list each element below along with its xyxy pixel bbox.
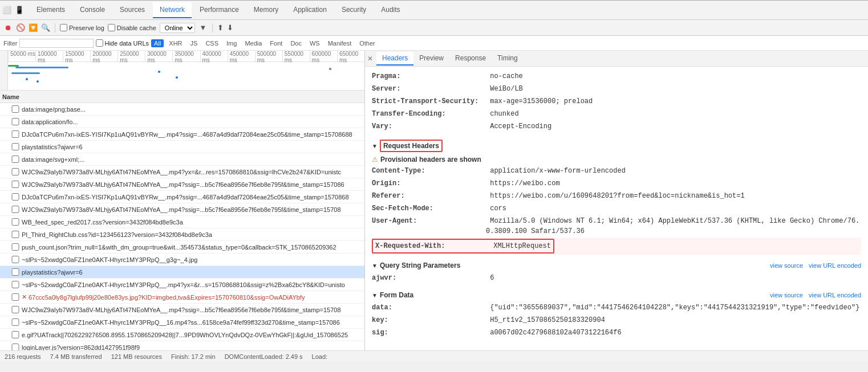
row-checkbox[interactable] [11, 105, 19, 113]
row-checkbox[interactable] [11, 231, 19, 238]
hide-data-urls-checkbox[interactable] [96, 39, 103, 47]
list-item[interactable]: WJC9wZ9aIyb7W973a8V-MLhjy6ATt47NEoMYeA__… [0, 203, 364, 216]
filter-ws[interactable]: WS [307, 39, 323, 47]
list-item[interactable]: push_count.json?trim_null=1&with_dm_grou… [0, 241, 364, 254]
row-checkbox[interactable] [11, 293, 19, 301]
filter-img[interactable]: Img [224, 39, 240, 47]
network-list[interactable]: data:image/png;base... data:application/… [0, 103, 364, 350]
tab-audits[interactable]: Audits [374, 2, 407, 18]
list-item[interactable]: ~slPs~52xwdgC0aFZ1ne0AKT-Hhyrc1MY3PRpQ__… [0, 254, 364, 266]
list-item[interactable]: playstatistics?ajwvr=6 [0, 141, 364, 153]
filter-input[interactable] [19, 39, 94, 48]
row-checkbox[interactable] [11, 256, 19, 263]
device-icon[interactable]: 📱 [15, 6, 24, 15]
clear-button[interactable]: 🚫 [16, 23, 25, 32]
tab-console[interactable]: Console [73, 2, 112, 18]
row-name: WJC9wZ9aIyb7W973a8V-MLhjy6ATt47NEoMYeA__… [22, 169, 362, 175]
row-checkbox[interactable] [11, 318, 19, 326]
tab-security[interactable]: Security [335, 2, 373, 18]
param-key: ajwvr: [372, 273, 486, 283]
form-data-section-header[interactable]: ▼ Form Data view source view URL encoded [372, 289, 861, 301]
filter-js[interactable]: JS [188, 39, 201, 47]
timeline-scroll [0, 51, 8, 90]
row-checkbox[interactable] [11, 344, 19, 350]
request-headers-title: Request Headers [383, 142, 439, 150]
list-item[interactable]: PI_Third_RightClub.css?id=123456123?vers… [0, 228, 364, 241]
inspect-icon[interactable]: ⬜ [2, 6, 11, 15]
search-button[interactable]: 🔍 [41, 23, 50, 32]
row-checkbox[interactable] [11, 268, 19, 276]
detail-content[interactable]: Pragma: no-cache Server: WeiBo/LB Strict… [365, 67, 868, 350]
export-button[interactable]: ⬇ [227, 23, 233, 32]
row-checkbox[interactable] [11, 193, 19, 201]
disable-cache-label[interactable]: Disable cache [108, 24, 156, 31]
throttle-select[interactable]: Online [160, 23, 195, 33]
list-item[interactable]: WJC9wZ9aIyb7W973a8V-MLhjy6ATt47NEoMYeA__… [0, 304, 364, 316]
list-item[interactable]: e.gif?UATrack||7026229276508.8955.157086… [0, 329, 364, 341]
query-view-url-encoded-link[interactable]: view URL encoded [809, 262, 861, 269]
tab-headers[interactable]: Headers [376, 52, 413, 66]
list-item-error[interactable]: ✕ 67ccc5a0ly8g7lglufp99j20e80e83ys.jpg?K… [0, 291, 364, 304]
request-headers-section-header[interactable]: ▼ Request Headers [372, 137, 861, 154]
close-icon[interactable]: ✕ [367, 55, 373, 63]
row-checkbox[interactable] [11, 218, 19, 226]
row-checkbox[interactable] [11, 118, 19, 125]
tab-elements[interactable]: Elements [30, 2, 72, 18]
tab-network[interactable]: Network [153, 2, 192, 18]
row-checkbox[interactable] [11, 206, 19, 213]
list-item[interactable]: DJc0aTCPu6m7xn-ixES-YISI7Kp1uAQ91vBYRw__… [0, 191, 364, 203]
row-checkbox[interactable] [11, 156, 19, 163]
list-item[interactable]: loginLayer.js?version=862dd1427951f98f9 [0, 341, 364, 350]
row-checkbox[interactable] [11, 281, 19, 288]
filter-other[interactable]: Other [356, 39, 378, 47]
row-checkbox[interactable] [11, 243, 19, 251]
list-item[interactable]: ~slPs~52xwdgC0aFZ1ne0AKT-Hhyrc1MY3PRpQ__… [0, 316, 364, 329]
import-button[interactable]: ⬆ [217, 23, 224, 32]
filter-all[interactable]: All [151, 39, 164, 47]
row-checkbox[interactable] [11, 168, 19, 175]
filter-manifest[interactable]: Manifest [325, 39, 355, 47]
query-section-header[interactable]: ▼ Query String Parameters view source vi… [372, 259, 861, 272]
timeline-ruler: 50000 ms 100000 ms 150000 ms 200000 ms 2… [8, 51, 364, 62]
row-checkbox[interactable] [11, 130, 19, 138]
record-button[interactable]: ⏺ [3, 23, 13, 32]
row-checkbox[interactable] [11, 181, 19, 188]
disable-cache-checkbox[interactable] [108, 24, 115, 31]
throttle-dropdown-icon[interactable]: ▼ [198, 23, 208, 32]
row-checkbox[interactable] [11, 306, 19, 313]
hide-data-urls-label[interactable]: Hide data URLs [96, 39, 149, 47]
list-item[interactable]: WJC9wZ9aIyb7W973a8V-MLhjy6ATt47NEoMYeA__… [0, 178, 364, 191]
tab-memory[interactable]: Memory [247, 2, 285, 18]
preserve-log-checkbox[interactable] [60, 24, 67, 31]
list-item-selected[interactable]: playstatistics?ajwvr=6 [0, 266, 364, 279]
row-checkbox[interactable] [11, 331, 19, 338]
filter-button[interactable]: 🔽 [29, 23, 38, 32]
filter-css[interactable]: CSS [202, 39, 221, 47]
list-item[interactable]: data:image/svg+xml;... [0, 153, 364, 166]
query-view-source-link[interactable]: view source [770, 262, 803, 269]
filter-font[interactable]: Font [267, 39, 285, 47]
list-item[interactable]: DJc0aTCPu6m7xn-ixES-YISI7Kp1uAQ91vBYRw__… [0, 128, 364, 141]
tab-timing[interactable]: Timing [492, 52, 524, 66]
filter-xhr[interactable]: XHR [166, 39, 185, 47]
tab-sources[interactable]: Sources [113, 2, 152, 18]
list-item[interactable]: WB_feed_spec_red2017.css?version=3432f08… [0, 216, 364, 228]
list-item[interactable]: data:application/fo... [0, 116, 364, 128]
tab-application[interactable]: Application [286, 2, 334, 18]
row-checkbox[interactable] [11, 143, 19, 150]
form-view-url-encoded-link[interactable]: view URL encoded [809, 292, 861, 299]
filter-doc[interactable]: Doc [287, 39, 305, 47]
tab-preview[interactable]: Preview [413, 52, 449, 66]
form-key: sig: [372, 328, 486, 338]
filter-media[interactable]: Media [242, 39, 265, 47]
tab-response[interactable]: Response [449, 52, 492, 66]
list-item[interactable]: data:image/png;base... [0, 103, 364, 116]
status-resources: 121 MB resources [111, 353, 162, 360]
triangle-icon-2: ▼ [372, 263, 378, 269]
list-item[interactable]: ~slPs~52xwdgC0aFZ1ne0AKT-Hhyrc1MY3PRpQ__… [0, 279, 364, 291]
list-item[interactable]: WJC9wZ9aIyb7W973a8V-MLhjy6ATt47NEoMYeA__… [0, 166, 364, 178]
form-view-source-link[interactable]: view source [770, 292, 803, 299]
query-ajwvr: ajwvr: 6 [372, 272, 861, 284]
tab-performance[interactable]: Performance [193, 2, 246, 18]
preserve-log-label[interactable]: Preserve log [60, 24, 104, 31]
